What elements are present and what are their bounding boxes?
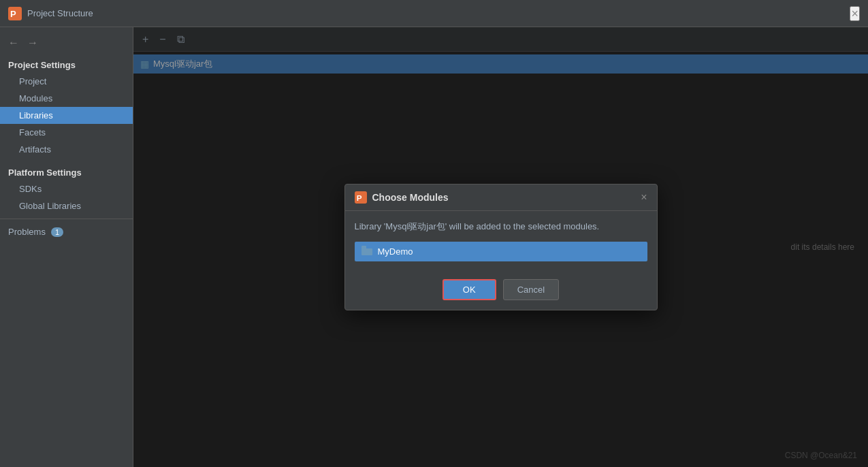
problems-badge: 1 [51, 227, 63, 237]
content-area: + − ⧉ ▦ Mysql驱动jar包 dit its details here… [133, 27, 868, 467]
module-list-item-mydemo[interactable]: MyDemo [355, 242, 647, 261]
choose-modules-dialog: P Choose Modules × Library 'Mysql驱动jar包'… [344, 184, 658, 310]
module-icon [361, 246, 372, 257]
dialog-app-icon: P [355, 191, 367, 204]
dialog-close-button[interactable]: × [641, 191, 647, 204]
platform-settings-heading: Platform Settings [0, 163, 133, 180]
module-name: MyDemo [378, 246, 413, 257]
title-bar: P Project Structure × [0, 0, 868, 27]
title-bar-left: P Project Structure [8, 7, 93, 20]
sidebar-item-project[interactable]: Project [0, 73, 133, 90]
main-layout: ← → Project Settings Project Modules Lib… [0, 27, 868, 467]
nav-forward-button[interactable]: → [25, 35, 41, 50]
sidebar-item-sdks[interactable]: SDKs [0, 180, 133, 197]
dialog-footer: OK Cancel [345, 271, 657, 310]
sidebar-navigation: ← → [0, 33, 133, 56]
sidebar-item-global-libraries[interactable]: Global Libraries [0, 197, 133, 214]
cancel-button[interactable]: Cancel [503, 279, 559, 300]
dialog-body: Library 'Mysql驱动jar包' will be added to t… [345, 211, 657, 270]
svg-text:P: P [356, 193, 361, 202]
nav-back-button[interactable]: ← [5, 35, 22, 50]
dialog-titlebar: P Choose Modules × [345, 184, 657, 211]
sidebar-item-problems[interactable]: Problems 1 [0, 223, 133, 240]
sidebar-divider [0, 219, 133, 219]
problems-label: Problems [8, 227, 46, 237]
svg-text:P: P [10, 9, 16, 19]
project-settings-heading: Project Settings [0, 56, 133, 73]
sidebar-item-modules[interactable]: Modules [0, 90, 133, 107]
dialog-titlebar-left: P Choose Modules [355, 191, 449, 204]
ok-button[interactable]: OK [443, 279, 496, 300]
app-icon: P [8, 7, 22, 20]
sidebar-item-libraries[interactable]: Libraries [0, 107, 133, 124]
dialog-title: Choose Modules [372, 192, 449, 203]
modal-overlay: P Choose Modules × Library 'Mysql驱动jar包'… [133, 27, 868, 467]
sidebar-item-artifacts[interactable]: Artifacts [0, 141, 133, 158]
sidebar: ← → Project Settings Project Modules Lib… [0, 27, 133, 467]
svg-rect-5 [361, 246, 366, 249]
svg-rect-4 [361, 248, 372, 255]
dialog-message: Library 'Mysql驱动jar包' will be added to t… [355, 221, 647, 233]
window-title: Project Structure [27, 8, 93, 18]
window-close-button[interactable]: × [850, 6, 860, 21]
sidebar-item-facets[interactable]: Facets [0, 124, 133, 141]
